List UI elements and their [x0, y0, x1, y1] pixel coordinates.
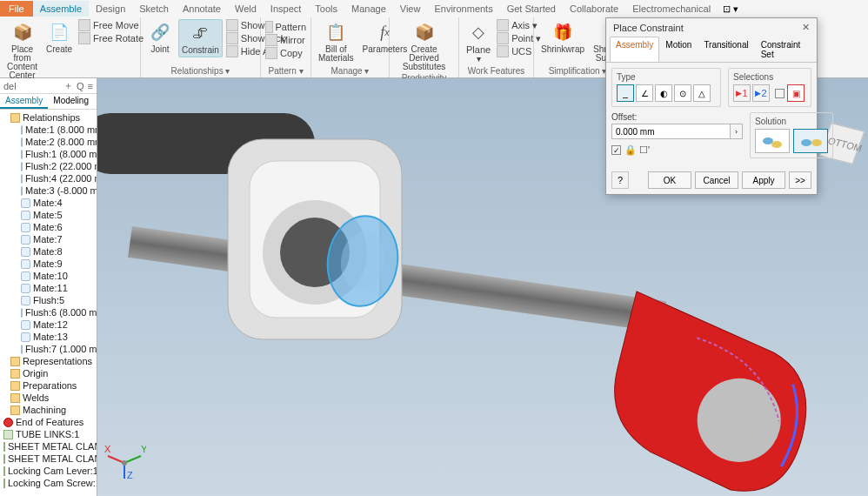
tree-constraint-item[interactable]: Mate:3 (-8.000 mm) — [0, 184, 97, 197]
dialog-help-button[interactable]: ? — [611, 171, 629, 189]
panel-manage-label[interactable]: Manage ▾ — [316, 66, 384, 76]
tree-part-item[interactable]: TUBE LINKS:1 — [0, 428, 97, 440]
tree-constraint-item[interactable]: Flush:4 (22.000 mm) — [0, 172, 97, 184]
tree-welds[interactable]: Welds — [0, 392, 97, 404]
type-insert-button[interactable]: ⊙ — [674, 84, 691, 102]
tab-sketch[interactable]: Sketch — [132, 1, 176, 17]
tree-origin[interactable]: Origin — [0, 367, 97, 379]
svg-line-9 — [108, 456, 124, 463]
free-move-button[interactable]: Free Move — [78, 19, 144, 31]
selection-1-button[interactable]: ▶1 — [733, 84, 751, 102]
tree-constraint-item[interactable]: Flush:2 (22.000 mm) — [0, 160, 97, 172]
ribbon-end-icon[interactable]: ⊡ ▾ — [723, 3, 738, 15]
tree-constraint-item[interactable]: Mate:2 (8.000 mm) — [0, 136, 97, 148]
type-tangent-button[interactable]: ◐ — [655, 84, 672, 102]
type-mate-button[interactable]: ⎯ — [617, 84, 634, 102]
tab-assemble[interactable]: Assemble — [33, 1, 89, 17]
type-angle-button[interactable]: ∠ — [636, 84, 653, 102]
tree-part-item[interactable]: Locking Cam Lever:1 — [0, 465, 97, 477]
tree-constraint-item[interactable]: Mate:12 — [0, 318, 97, 331]
tree-relationships-folder[interactable]: Relationships — [0, 111, 97, 124]
tab-collaborate[interactable]: Collaborate — [563, 1, 625, 17]
tree-constraint-item[interactable]: Mate:13 — [0, 331, 97, 343]
tab-tools[interactable]: Tools — [308, 1, 344, 17]
tree-constraint-item[interactable]: Mate:6 — [0, 221, 97, 233]
tree-constraint-item[interactable]: Mate:5 — [0, 209, 97, 221]
tree-constraint-item[interactable]: Mate:1 (8.000 mm) — [0, 124, 97, 136]
plane-button[interactable]: ◇ Plane ▾ — [464, 19, 493, 65]
tree-constraint-item[interactable]: Flush:6 (8.000 mm) — [0, 306, 97, 318]
preview-icons: 🔒 ☐' — [624, 144, 650, 156]
selection-2-button[interactable]: ▶2 — [752, 84, 770, 102]
dlg-tab-transitional[interactable]: Transitional — [698, 37, 754, 62]
tree-constraint-item[interactable]: Flush:1 (8.000 mm) — [0, 148, 97, 160]
tree-part-item[interactable]: SHEET METAL CLAMP SM:... — [0, 440, 97, 452]
tab-getstarted[interactable]: Get Started — [500, 1, 563, 17]
apply-button[interactable]: Apply — [742, 171, 785, 189]
tab-annotate[interactable]: Annotate — [176, 1, 228, 17]
dlg-tab-motion[interactable]: Motion — [659, 37, 698, 62]
pattern-button[interactable]: Pattern — [265, 21, 306, 33]
offset-flyout-button[interactable]: › — [731, 124, 743, 139]
tab-weld[interactable]: Weld — [228, 1, 264, 17]
solution-mate-button[interactable] — [755, 129, 790, 153]
browser-search-icon[interactable]: Q — [77, 81, 84, 91]
copy-button[interactable]: Copy — [265, 47, 306, 59]
tree-constraint-item[interactable]: Flush:5 — [0, 294, 97, 306]
joint-button[interactable]: 🔗 Joint — [145, 19, 175, 56]
tab-view[interactable]: View — [393, 1, 428, 17]
browser-menu-icon[interactable]: ≡ — [88, 81, 93, 91]
dialog-close-button[interactable]: ✕ — [802, 22, 810, 33]
offset-input[interactable] — [611, 124, 731, 139]
tab-manage[interactable]: Manage — [344, 1, 393, 17]
derived-icon: 📦 — [412, 21, 437, 44]
tree-constraint-item[interactable]: Flush:7 (1.000 mm) — [0, 343, 97, 355]
panel-pattern-label[interactable]: Pattern ▾ — [265, 66, 306, 76]
tree-preparations[interactable]: Preparations — [0, 379, 97, 392]
constraint-icon — [21, 235, 30, 245]
tree-part-item[interactable]: Locking Cam Screw:1 — [0, 477, 97, 489]
tree-representations[interactable]: Representations — [0, 355, 97, 367]
preview-checkbox[interactable] — [611, 145, 621, 155]
dlg-tab-constraint-set[interactable]: Constraint Set — [755, 37, 817, 62]
browser-tab-modeling[interactable]: Modeling — [48, 94, 94, 109]
tab-design[interactable]: Design — [89, 1, 132, 17]
tree-constraint-item[interactable]: Mate:10 — [0, 270, 97, 282]
tree-constraint-item[interactable]: Mate:9 — [0, 258, 97, 270]
tree-constraint-item[interactable]: Mate:8 — [0, 245, 97, 258]
tab-electromechanical[interactable]: Electromechanical — [625, 1, 718, 17]
panel-relationships-label[interactable]: Relationships ▾ — [145, 66, 256, 76]
create-button[interactable]: 📄 Create — [43, 19, 75, 56]
mirror-button[interactable]: Mirror — [265, 34, 306, 46]
ok-button[interactable]: OK — [648, 171, 691, 189]
place-from-content-center-button[interactable]: 📦 Place from Content Center — [4, 19, 40, 82]
pattern-icon — [265, 21, 273, 33]
tree-constraint-item[interactable]: Mate:4 — [0, 197, 97, 209]
tree-part-item[interactable]: SHEET METAL CLAMP SM:... — [0, 452, 97, 465]
derived-substitutes-button[interactable]: 📦 Create Derived Substitutes — [394, 19, 454, 73]
browser-tab-assembly[interactable]: Assembly — [0, 94, 48, 109]
bom-button[interactable]: 📋 Bill of Materials — [316, 19, 357, 64]
dlg-tab-assembly[interactable]: Assembly — [610, 37, 659, 62]
free-rotate-button[interactable]: Free Rotate — [78, 32, 144, 44]
pick-part-first-button[interactable]: ▣ — [787, 84, 805, 102]
tree-constraint-item[interactable]: Mate:7 — [0, 233, 97, 245]
orientation-triad[interactable]: X Y Z — [103, 437, 146, 480]
tree-machining[interactable]: Machining — [0, 404, 97, 416]
shrinkwrap-button[interactable]: 🎁 Shrinkwrap — [538, 19, 587, 56]
tree-constraint-item[interactable]: Mate:11 — [0, 282, 97, 294]
place-constraint-dialog: Place Constraint ✕ Assembly Motion Trans… — [605, 17, 818, 195]
solution-flush-button[interactable] — [793, 129, 828, 153]
tab-inspect[interactable]: Inspect — [264, 1, 308, 17]
expand-button[interactable]: >> — [789, 171, 811, 189]
tree-end-of-features[interactable]: End of Features — [0, 416, 97, 428]
cancel-button[interactable]: Cancel — [695, 171, 738, 189]
browser-add-icon[interactable]: ＋ — [63, 79, 73, 92]
folder-icon — [10, 369, 20, 379]
tab-file[interactable]: File — [0, 1, 33, 17]
free-move-icon — [78, 19, 90, 31]
type-symmetry-button[interactable]: △ — [693, 84, 711, 102]
constrain-button[interactable]: 🖇 Constrain — [178, 19, 223, 57]
tab-environments[interactable]: Environments — [427, 1, 499, 17]
pick-part-checkbox[interactable] — [775, 89, 785, 98]
